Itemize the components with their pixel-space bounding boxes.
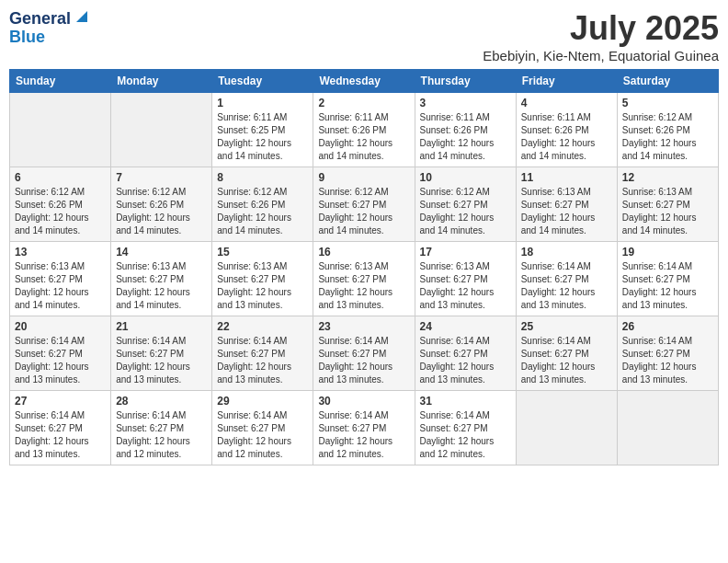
cell-info: Sunrise: 6:14 AM Sunset: 6:27 PM Dayligh… [622, 335, 713, 386]
day-number: 1 [217, 97, 308, 109]
title-block: July 2025 Ebebiyin, Kie-Ntem, Equatorial… [483, 9, 719, 63]
day-number: 12 [622, 171, 713, 184]
cell-info: Sunrise: 6:14 AM Sunset: 6:27 PM Dayligh… [420, 335, 511, 386]
logo: General Blue [9, 9, 87, 47]
cell-info: Sunrise: 6:13 AM Sunset: 6:27 PM Dayligh… [217, 260, 308, 312]
month-year: July 2025 [483, 9, 719, 48]
day-number: 31 [420, 395, 511, 408]
calendar-cell: 1Sunrise: 6:11 AM Sunset: 6:25 PM Daylig… [212, 93, 313, 167]
weekday-header-friday: Friday [516, 70, 617, 93]
day-number: 11 [521, 171, 612, 184]
cell-info: Sunrise: 6:14 AM Sunset: 6:27 PM Dayligh… [521, 260, 612, 312]
cell-info: Sunrise: 6:14 AM Sunset: 6:27 PM Dayligh… [15, 335, 106, 386]
cell-info: Sunrise: 6:12 AM Sunset: 6:26 PM Dayligh… [622, 111, 713, 163]
calendar-cell: 23Sunrise: 6:14 AM Sunset: 6:27 PM Dayli… [313, 316, 415, 391]
location: Ebebiyin, Kie-Ntem, Equatorial Guinea [483, 48, 719, 63]
day-number: 20 [15, 320, 106, 333]
logo-triangle-icon [73, 9, 87, 24]
day-number: 14 [116, 246, 207, 259]
cell-info: Sunrise: 6:14 AM Sunset: 6:27 PM Dayligh… [217, 335, 308, 386]
day-number: 22 [217, 320, 308, 333]
calendar-cell: 4Sunrise: 6:11 AM Sunset: 6:26 PM Daylig… [516, 93, 617, 167]
calendar-cell [10, 93, 111, 167]
calendar-cell: 10Sunrise: 6:12 AM Sunset: 6:27 PM Dayli… [415, 167, 516, 242]
calendar-week-row: 27Sunrise: 6:14 AM Sunset: 6:27 PM Dayli… [10, 391, 719, 465]
calendar-week-row: 1Sunrise: 6:11 AM Sunset: 6:25 PM Daylig… [10, 93, 719, 167]
calendar-cell: 11Sunrise: 6:13 AM Sunset: 6:27 PM Dayli… [516, 167, 617, 242]
day-number: 23 [318, 320, 409, 333]
calendar-cell [617, 391, 718, 465]
calendar-cell: 8Sunrise: 6:12 AM Sunset: 6:26 PM Daylig… [212, 167, 313, 242]
day-number: 6 [15, 171, 106, 184]
calendar-cell: 16Sunrise: 6:13 AM Sunset: 6:27 PM Dayli… [313, 242, 415, 316]
day-number: 21 [116, 320, 207, 333]
cell-info: Sunrise: 6:14 AM Sunset: 6:27 PM Dayligh… [318, 409, 409, 461]
calendar-cell: 2Sunrise: 6:11 AM Sunset: 6:26 PM Daylig… [313, 93, 415, 167]
calendar-cell: 20Sunrise: 6:14 AM Sunset: 6:27 PM Dayli… [10, 316, 111, 391]
weekday-header-saturday: Saturday [617, 70, 718, 93]
weekday-header-tuesday: Tuesday [212, 70, 313, 93]
calendar-cell: 31Sunrise: 6:14 AM Sunset: 6:27 PM Dayli… [415, 391, 516, 465]
calendar-cell: 12Sunrise: 6:13 AM Sunset: 6:27 PM Dayli… [617, 167, 718, 242]
weekday-header-wednesday: Wednesday [313, 70, 415, 93]
calendar-week-row: 6Sunrise: 6:12 AM Sunset: 6:26 PM Daylig… [10, 167, 719, 242]
cell-info: Sunrise: 6:14 AM Sunset: 6:27 PM Dayligh… [217, 409, 308, 461]
calendar-cell: 15Sunrise: 6:13 AM Sunset: 6:27 PM Dayli… [212, 242, 313, 316]
weekday-header-thursday: Thursday [415, 70, 516, 93]
cell-info: Sunrise: 6:13 AM Sunset: 6:27 PM Dayligh… [15, 260, 106, 312]
cell-info: Sunrise: 6:13 AM Sunset: 6:27 PM Dayligh… [622, 186, 713, 237]
logo-blue: Blue [9, 29, 87, 47]
calendar-cell: 26Sunrise: 6:14 AM Sunset: 6:27 PM Dayli… [617, 316, 718, 391]
cell-info: Sunrise: 6:12 AM Sunset: 6:27 PM Dayligh… [318, 186, 409, 237]
cell-info: Sunrise: 6:12 AM Sunset: 6:26 PM Dayligh… [116, 186, 207, 237]
calendar-cell: 7Sunrise: 6:12 AM Sunset: 6:26 PM Daylig… [111, 167, 212, 242]
cell-info: Sunrise: 6:13 AM Sunset: 6:27 PM Dayligh… [521, 186, 612, 237]
day-number: 4 [521, 97, 612, 109]
day-number: 25 [521, 320, 612, 333]
cell-info: Sunrise: 6:14 AM Sunset: 6:27 PM Dayligh… [318, 335, 409, 386]
calendar-cell: 5Sunrise: 6:12 AM Sunset: 6:26 PM Daylig… [617, 93, 718, 167]
cell-info: Sunrise: 6:11 AM Sunset: 6:25 PM Dayligh… [217, 111, 308, 163]
calendar-cell: 28Sunrise: 6:14 AM Sunset: 6:27 PM Dayli… [111, 391, 212, 465]
calendar-cell: 19Sunrise: 6:14 AM Sunset: 6:27 PM Dayli… [617, 242, 718, 316]
weekday-header-sunday: Sunday [10, 70, 111, 93]
calendar-week-row: 20Sunrise: 6:14 AM Sunset: 6:27 PM Dayli… [10, 316, 719, 391]
day-number: 10 [420, 171, 511, 184]
calendar-cell: 27Sunrise: 6:14 AM Sunset: 6:27 PM Dayli… [10, 391, 111, 465]
cell-info: Sunrise: 6:11 AM Sunset: 6:26 PM Dayligh… [318, 111, 409, 163]
calendar-week-row: 13Sunrise: 6:13 AM Sunset: 6:27 PM Dayli… [10, 242, 719, 316]
cell-info: Sunrise: 6:13 AM Sunset: 6:27 PM Dayligh… [420, 260, 511, 312]
calendar-cell [111, 93, 212, 167]
cell-info: Sunrise: 6:14 AM Sunset: 6:27 PM Dayligh… [622, 260, 713, 312]
cell-info: Sunrise: 6:12 AM Sunset: 6:27 PM Dayligh… [420, 186, 511, 237]
day-number: 27 [15, 395, 106, 408]
calendar-cell: 3Sunrise: 6:11 AM Sunset: 6:26 PM Daylig… [415, 93, 516, 167]
day-number: 17 [420, 246, 511, 259]
calendar-cell: 30Sunrise: 6:14 AM Sunset: 6:27 PM Dayli… [313, 391, 415, 465]
day-number: 9 [318, 171, 409, 184]
cell-info: Sunrise: 6:13 AM Sunset: 6:27 PM Dayligh… [116, 260, 207, 312]
day-number: 5 [622, 97, 713, 109]
calendar-cell: 18Sunrise: 6:14 AM Sunset: 6:27 PM Dayli… [516, 242, 617, 316]
day-number: 8 [217, 171, 308, 184]
day-number: 19 [622, 246, 713, 259]
day-number: 29 [217, 395, 308, 408]
day-number: 24 [420, 320, 511, 333]
day-number: 13 [15, 246, 106, 259]
cell-info: Sunrise: 6:14 AM Sunset: 6:27 PM Dayligh… [521, 335, 612, 386]
calendar-cell: 24Sunrise: 6:14 AM Sunset: 6:27 PM Dayli… [415, 316, 516, 391]
page-header: General Blue July 2025 Ebebiyin, Kie-Nte… [9, 9, 719, 63]
day-number: 3 [420, 97, 511, 109]
calendar-cell: 29Sunrise: 6:14 AM Sunset: 6:27 PM Dayli… [212, 391, 313, 465]
day-number: 7 [116, 171, 207, 184]
logo-general: General [9, 10, 71, 29]
calendar-cell: 21Sunrise: 6:14 AM Sunset: 6:27 PM Dayli… [111, 316, 212, 391]
calendar-header-row: SundayMondayTuesdayWednesdayThursdayFrid… [10, 70, 719, 93]
weekday-header-monday: Monday [111, 70, 212, 93]
calendar-cell: 13Sunrise: 6:13 AM Sunset: 6:27 PM Dayli… [10, 242, 111, 316]
day-number: 15 [217, 246, 308, 259]
cell-info: Sunrise: 6:11 AM Sunset: 6:26 PM Dayligh… [420, 111, 511, 163]
cell-info: Sunrise: 6:13 AM Sunset: 6:27 PM Dayligh… [318, 260, 409, 312]
svg-marker-0 [76, 11, 87, 22]
cell-info: Sunrise: 6:12 AM Sunset: 6:26 PM Dayligh… [15, 186, 106, 237]
